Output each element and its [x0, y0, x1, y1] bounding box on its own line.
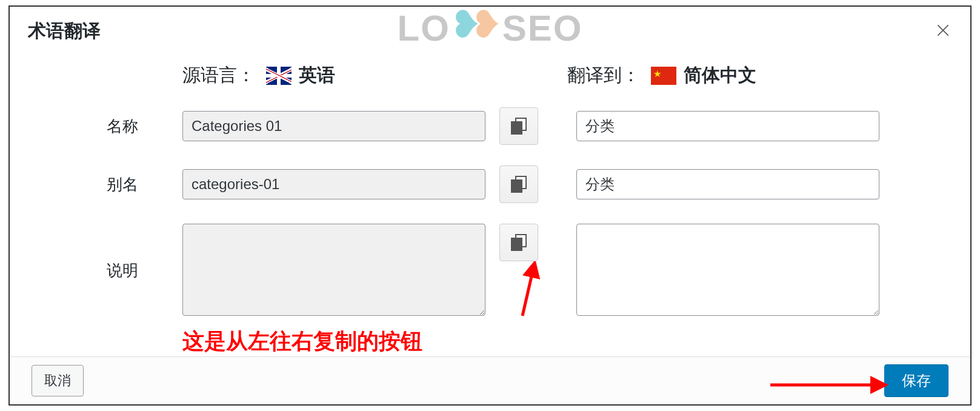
annotation-arrow-icon — [764, 373, 898, 397]
name-target-input[interactable] — [576, 111, 879, 141]
language-headers: 源语言： 英语 翻译到： 简体中文 — [46, 63, 934, 88]
close-button[interactable] — [934, 21, 952, 39]
source-language-name: 英语 — [299, 63, 335, 88]
slug-label: 别名 — [46, 174, 182, 195]
target-language-name: 简体中文 — [684, 63, 756, 88]
save-button[interactable]: 保存 — [884, 364, 948, 397]
flag-cn-icon — [651, 67, 676, 85]
copy-icon — [511, 176, 527, 193]
name-source-input[interactable] — [182, 111, 485, 141]
copy-name-button[interactable] — [499, 107, 538, 145]
description-row: 说明 — [46, 224, 934, 318]
slug-row: 别名 — [46, 165, 934, 203]
copy-description-button[interactable] — [499, 224, 538, 261]
dialog-body: 源语言： 英语 翻译到： 简体中文 名称 — [10, 51, 970, 356]
source-language-label: 源语言： — [182, 63, 255, 88]
copy-slug-button[interactable] — [499, 165, 538, 203]
name-row: 名称 — [46, 107, 934, 145]
annotation-text: 这是从左往右复制的按钮 — [182, 327, 934, 356]
target-language-label: 翻译到： — [567, 63, 640, 88]
copy-icon — [511, 118, 527, 135]
name-label: 名称 — [46, 116, 182, 137]
description-source-textarea[interactable] — [182, 224, 485, 316]
translation-dialog: 术语翻译 LO❥❥SEO 源语言： 英语 翻译到： 简体中文 名称 — [8, 5, 972, 406]
dialog-title: 术语翻译 — [28, 19, 952, 44]
slug-source-input[interactable] — [182, 169, 485, 199]
flag-gb-icon — [266, 67, 292, 85]
source-language-header: 源语言： 英语 — [46, 63, 428, 88]
slug-target-input[interactable] — [576, 169, 879, 199]
target-language-header: 翻译到： 简体中文 — [428, 63, 756, 88]
description-target-textarea[interactable] — [576, 224, 879, 316]
dialog-header: 术语翻译 LO❥❥SEO — [10, 7, 970, 51]
copy-icon — [511, 234, 527, 251]
description-label: 说明 — [46, 224, 182, 281]
dialog-footer: 取消 保存 — [10, 356, 970, 404]
close-icon — [935, 22, 951, 38]
cancel-button[interactable]: 取消 — [32, 365, 84, 396]
